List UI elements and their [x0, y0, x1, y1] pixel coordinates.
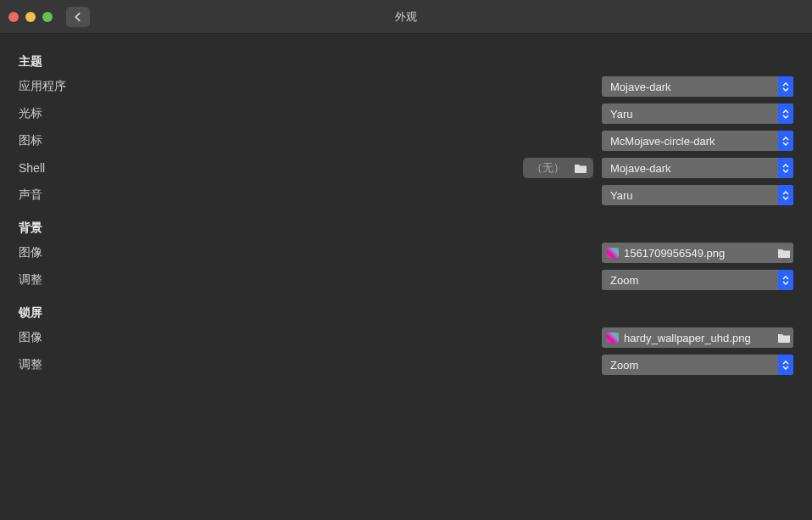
- filechooser-value: hardy_wallpaper_uhd.png: [624, 332, 770, 344]
- folder-icon: [775, 327, 793, 348]
- label-lockscreen-adjust: 调整: [19, 357, 171, 372]
- label-icons: 图标: [19, 133, 171, 148]
- dropdown-icon-theme[interactable]: McMojave-circle-dark: [602, 131, 793, 151]
- filechooser-value: 1561709956549.png: [624, 247, 770, 260]
- label-cursor: 光标: [19, 106, 171, 121]
- filechooser-background-image[interactable]: 1561709956549.png: [602, 243, 793, 263]
- row-cursor: 光标 Yaru: [19, 102, 793, 126]
- row-background-image: 图像 1561709956549.png: [19, 241, 793, 265]
- filechooser-lockscreen-image[interactable]: hardy_wallpaper_uhd.png: [602, 327, 793, 348]
- dropdown-sound-theme[interactable]: Yaru: [602, 185, 793, 205]
- label-background-adjust: 调整: [19, 272, 171, 288]
- section-heading-background: 背景: [19, 221, 793, 236]
- section-heading-lockscreen: 锁屏: [19, 305, 793, 321]
- dropdown-cursor-theme[interactable]: Yaru: [602, 103, 793, 124]
- image-thumbnail-icon: [607, 333, 619, 343]
- close-window-button[interactable]: [8, 12, 19, 22]
- folder-icon: [775, 243, 793, 263]
- dropdown-application-theme[interactable]: Mojave-dark: [602, 76, 793, 97]
- dropdown-stepper-icon: [778, 270, 793, 290]
- window-title: 外观: [0, 9, 812, 25]
- dropdown-background-adjust[interactable]: Zoom: [602, 270, 793, 290]
- chevron-left-icon: [74, 12, 82, 22]
- folder-icon: [573, 161, 588, 175]
- row-applications: 应用程序 Mojave-dark: [19, 75, 793, 98]
- label-shell: Shell: [19, 161, 171, 175]
- label-applications: 应用程序: [19, 79, 171, 94]
- maximize-window-button[interactable]: [42, 12, 53, 22]
- image-thumbnail-icon: [607, 248, 619, 258]
- row-sound: 声音 Yaru: [19, 183, 793, 207]
- titlebar: 外观: [0, 0, 812, 34]
- dropdown-value: Mojave-dark: [602, 81, 778, 93]
- label-lockscreen-image: 图像: [19, 330, 171, 345]
- dropdown-shell-theme[interactable]: Mojave-dark: [602, 158, 793, 178]
- content-area: 主题 应用程序 Mojave-dark 光标 Yaru: [0, 34, 812, 407]
- dropdown-stepper-icon: [778, 185, 793, 205]
- dropdown-stepper-icon: [778, 103, 793, 124]
- back-button[interactable]: [66, 7, 90, 27]
- dropdown-value: Mojave-dark: [602, 162, 778, 175]
- dropdown-lockscreen-adjust[interactable]: Zoom: [602, 355, 793, 375]
- section-background: 背景 图像 1561709956549.png 调整 Zoom: [19, 221, 793, 292]
- row-icons: 图标 McMojave-circle-dark: [19, 129, 793, 153]
- label-sound: 声音: [19, 187, 171, 203]
- dropdown-value: Zoom: [602, 359, 778, 372]
- dropdown-stepper-icon: [778, 131, 793, 151]
- dropdown-stepper-icon: [778, 158, 793, 178]
- dropdown-stepper-icon: [778, 76, 793, 97]
- dropdown-value: Zoom: [602, 274, 778, 287]
- minimize-window-button[interactable]: [25, 12, 36, 22]
- section-heading-theme: 主题: [19, 54, 793, 70]
- row-lockscreen-adjust: 调整 Zoom: [19, 353, 793, 377]
- traffic-lights: [8, 12, 53, 22]
- dropdown-value: Yaru: [602, 189, 778, 202]
- row-shell: Shell （无） Mojave-dark: [19, 156, 793, 180]
- dropdown-value: McMojave-circle-dark: [602, 135, 778, 148]
- dropdown-value: Yaru: [602, 108, 778, 120]
- label-background-image: 图像: [19, 245, 171, 260]
- shell-none-button[interactable]: （无）: [523, 158, 593, 178]
- dropdown-stepper-icon: [778, 355, 793, 375]
- shell-none-label: （无）: [528, 160, 568, 176]
- section-lockscreen: 锁屏 图像 hardy_wallpaper_uhd.png 调整 Zoom: [19, 305, 793, 377]
- section-theme: 主题 应用程序 Mojave-dark 光标 Yaru: [19, 54, 793, 207]
- row-background-adjust: 调整 Zoom: [19, 268, 793, 292]
- row-lockscreen-image: 图像 hardy_wallpaper_uhd.png: [19, 326, 793, 349]
